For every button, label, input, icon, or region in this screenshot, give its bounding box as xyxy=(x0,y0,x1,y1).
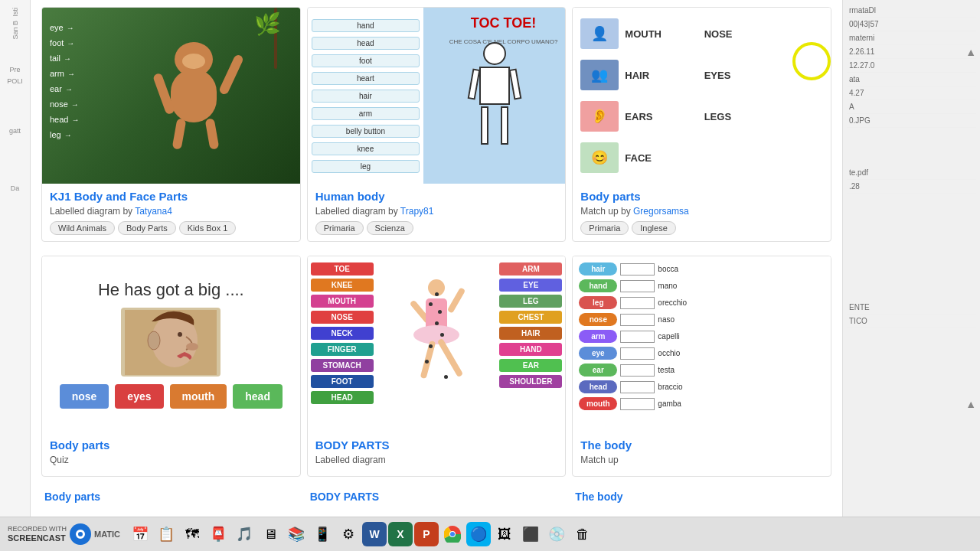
bp-leg: leg→ xyxy=(50,130,79,139)
italian-testa: testa xyxy=(658,366,675,374)
input-hair[interactable] xyxy=(620,263,655,276)
left-sidebar: Isti San B Pre POLI gatt Da xyxy=(0,0,31,543)
card6-title[interactable]: The body xyxy=(580,439,823,452)
card1-title[interactable]: KJ1 Body and Face Parts xyxy=(50,190,292,203)
taskbar-excel[interactable]: X xyxy=(388,522,413,546)
bp-nose: nose→ xyxy=(50,99,79,109)
card3-author[interactable]: Gregorsamsa xyxy=(633,206,689,217)
tag-scienza[interactable]: Scienza xyxy=(367,221,413,235)
card-kj1-body[interactable]: eye→ foot→ tail→ arm→ ear→ nose→ head→ l… xyxy=(41,7,301,242)
card1-author[interactable]: Tatyana4 xyxy=(135,206,172,217)
taskbar-chrome[interactable] xyxy=(440,522,465,546)
scroll-up-icon[interactable]: ▲ xyxy=(965,46,976,58)
taskbar-finder[interactable]: 📋 xyxy=(154,522,178,546)
sidebar-matern: materni xyxy=(847,31,976,45)
hb-foot: foot xyxy=(312,54,420,67)
taskbar-calendar[interactable]: 📅 xyxy=(128,522,152,546)
left-knee: KNEE xyxy=(311,279,374,292)
card2-tags: Primaria Scienza xyxy=(315,221,558,235)
left-neck: NECK xyxy=(311,327,374,340)
card6-type: Match up xyxy=(580,455,618,465)
taskbar-screenrecord[interactable]: ⬛ xyxy=(518,522,543,546)
match-row-ears: 👂 EARS xyxy=(580,98,699,135)
right-hair: HAIR xyxy=(499,327,562,340)
card9-title[interactable]: The body xyxy=(575,491,828,503)
right-shoulder: SHOULDER xyxy=(499,375,562,388)
tag-inglese[interactable]: Inglese xyxy=(632,221,675,235)
taskbar-music[interactable]: 🎵 xyxy=(232,522,256,546)
card-the-body-italian[interactable]: hair bocca hand mano leg orecchio xyxy=(572,256,831,477)
bp-eye: eye→ xyxy=(50,23,79,32)
taskbar-settings[interactable]: ⚙ xyxy=(336,522,361,546)
input-head[interactable] xyxy=(620,381,655,393)
taskbar-maps[interactable]: 🗺 xyxy=(180,522,204,546)
ballerina-figure xyxy=(406,276,467,413)
tag-primaria1[interactable]: Primaria xyxy=(315,221,364,235)
taskbar-edge[interactable]: 🔵 xyxy=(466,522,491,546)
label-eye-row: eye occhio xyxy=(579,347,687,360)
card5-title[interactable]: BODY PARTS xyxy=(315,439,558,452)
input-eye[interactable] xyxy=(620,347,655,360)
dot2 xyxy=(429,302,433,306)
tag-wild-animals[interactable]: Wild Animals xyxy=(50,221,115,235)
sidebar-jpg: 0.JPG xyxy=(847,114,976,128)
input-nose[interactable] xyxy=(620,314,655,326)
btn-nose[interactable]: nose xyxy=(60,384,109,409)
card-body-parts-ballerina[interactable]: TOE KNEE MOUTH NOSE NECK FINGER STOMACH … xyxy=(307,256,567,477)
sidebar-time: 00|43|57 xyxy=(847,18,976,31)
card7-title[interactable]: Body parts xyxy=(44,491,298,503)
card9-bottom-title[interactable]: The body xyxy=(569,487,835,506)
tag-body-parts[interactable]: Body Parts xyxy=(118,221,176,235)
card-body-parts-match[interactable]: 👤 MOUTH NOSE 👥 HAIR EYES xyxy=(572,7,831,242)
italian-orecchio: orecchio xyxy=(658,298,687,307)
btn-mouth[interactable]: mouth xyxy=(170,384,227,409)
card-body-parts-quiz[interactable]: He has got a big .... xyxy=(41,256,301,477)
taskbar-tv[interactable]: 🖥 xyxy=(258,522,283,546)
left-foot: FOOT xyxy=(311,375,374,388)
card-human-body[interactable]: hand head foot heart hair arm belly butt… xyxy=(307,7,567,242)
sidebar-num4: .28 xyxy=(847,180,976,194)
hb-hair: hair xyxy=(312,90,420,103)
card1-tags: Wild Animals Body Parts Kids Box 1 xyxy=(50,221,292,235)
input-mouth[interactable] xyxy=(620,398,655,410)
screencast-logo[interactable] xyxy=(70,523,91,545)
btn-head[interactable]: head xyxy=(233,384,283,409)
card8-bottom-title[interactable]: BODY PARTS xyxy=(304,487,570,506)
card2-title[interactable]: Human body xyxy=(315,190,558,203)
taskbar-powerpoint[interactable]: P xyxy=(414,522,439,546)
card5-subtitle: Labelled diagram xyxy=(315,455,558,465)
input-leg[interactable] xyxy=(620,297,655,309)
input-arm[interactable] xyxy=(620,331,655,343)
sidebar-num2: 12.27.0 xyxy=(847,59,976,73)
card4-title[interactable]: Body parts xyxy=(50,439,292,452)
taskbar-books[interactable]: 📚 xyxy=(284,522,309,546)
input-hand[interactable] xyxy=(620,280,655,292)
card3-type: Match up xyxy=(580,206,618,217)
card2-author[interactable]: Trapy81 xyxy=(400,206,434,217)
hb-head: head xyxy=(312,37,420,50)
taskbar-trash[interactable]: 🗑 xyxy=(570,522,595,546)
human-figure-area: TOC TOE!CHE COSA C'E NEL CORPO UMANO? xyxy=(423,8,565,184)
scroll-down-icon[interactable]: ▲ xyxy=(965,398,976,410)
right-hand: HAND xyxy=(499,343,562,356)
tag-primaria2[interactable]: Primaria xyxy=(580,221,629,235)
card8-title[interactable]: BODY PARTS xyxy=(310,491,564,503)
taskbar-security[interactable]: 💿 xyxy=(544,522,569,546)
btn-eyes[interactable]: eyes xyxy=(115,384,163,409)
face-photo xyxy=(121,308,220,377)
taskbar-mail[interactable]: 📮 xyxy=(206,522,230,546)
label-leg: leg xyxy=(579,296,617,309)
taskbar-appstore[interactable]: 📱 xyxy=(310,522,335,546)
card2-body: Human body Labelled diagram by Trapy81 P… xyxy=(308,184,566,241)
taskbar-photos[interactable]: 🖼 xyxy=(492,522,517,546)
tag-kids-box[interactable]: Kids Box 1 xyxy=(179,221,237,235)
card7-bottom-title[interactable]: Body parts xyxy=(38,487,304,506)
left-nose: NOSE xyxy=(311,311,374,324)
card3-title[interactable]: Body parts xyxy=(580,190,823,203)
input-ear[interactable] xyxy=(620,364,655,377)
sidebar-ata: ata xyxy=(847,73,976,86)
match-img-ears: 👂 xyxy=(580,101,619,132)
taskbar-word[interactable]: W xyxy=(362,522,387,546)
sidebar-num3: 4.27 xyxy=(847,86,976,100)
human-body-list: hand head foot heart hair arm belly butt… xyxy=(308,8,424,184)
